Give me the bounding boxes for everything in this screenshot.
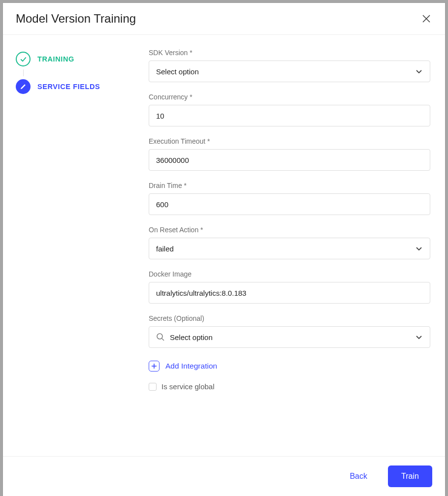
checkmark-icon	[16, 52, 31, 66]
select-value: Select option	[170, 333, 415, 341]
field-on-reset-action: On Reset Action * failed	[149, 226, 430, 259]
is-service-global-label: Is service global	[161, 382, 215, 391]
execution-timeout-input-wrapper	[149, 149, 430, 171]
svg-line-3	[162, 339, 164, 341]
step-connector	[23, 69, 24, 76]
field-drain-time: Drain Time *	[149, 182, 430, 215]
train-button[interactable]: Train	[388, 465, 432, 487]
dialog-body: TRAINING SERVICE FIELDS SDK Version * Se…	[3, 35, 445, 456]
docker-image-input-wrapper	[149, 282, 430, 304]
chevron-down-icon	[415, 67, 423, 75]
is-service-global-checkbox[interactable]	[149, 383, 157, 391]
step-label: TRAINING	[37, 55, 74, 63]
field-label: Drain Time *	[149, 182, 430, 189]
field-label: Secrets (Optional)	[149, 314, 430, 322]
select-value: Select option	[156, 67, 199, 76]
execution-timeout-input[interactable]	[156, 156, 423, 164]
dialog-header: Model Version Training	[3, 3, 445, 35]
back-button[interactable]: Back	[338, 465, 379, 487]
dialog-title: Model Version Training	[16, 12, 136, 26]
form: SDK Version * Select option Concurrency …	[149, 49, 432, 446]
field-concurrency: Concurrency *	[149, 93, 430, 126]
sdk-version-select[interactable]: Select option	[149, 61, 430, 82]
field-label: On Reset Action *	[149, 226, 430, 234]
step-training[interactable]: TRAINING	[16, 49, 149, 69]
close-button[interactable]	[420, 13, 432, 25]
field-docker-image: Docker Image	[149, 270, 430, 304]
field-label: SDK Version *	[149, 49, 430, 57]
drain-time-input[interactable]	[156, 200, 423, 209]
stepper-sidebar: TRAINING SERVICE FIELDS	[16, 49, 149, 446]
chevron-down-icon	[415, 333, 423, 341]
step-label: SERVICE FIELDS	[37, 83, 100, 91]
add-integration-label: Add Integration	[165, 362, 217, 371]
concurrency-input-wrapper	[149, 105, 430, 126]
search-icon	[156, 333, 165, 341]
pencil-icon	[16, 79, 31, 94]
docker-image-input[interactable]	[156, 289, 423, 297]
field-secrets: Secrets (Optional) Select option	[149, 314, 430, 348]
add-integration-button[interactable]: Add Integration	[149, 359, 430, 372]
drain-time-input-wrapper	[149, 193, 430, 215]
svg-point-2	[157, 334, 162, 339]
step-service-fields[interactable]: SERVICE FIELDS	[16, 76, 149, 97]
plus-icon	[149, 361, 160, 372]
field-label: Docker Image	[149, 270, 430, 278]
dialog-footer: Back Train	[3, 456, 445, 496]
field-label: Concurrency *	[149, 93, 430, 101]
dialog-window: Model Version Training TRAINING	[3, 3, 445, 496]
on-reset-action-select[interactable]: failed	[149, 238, 430, 259]
field-sdk-version: SDK Version * Select option	[149, 49, 430, 82]
secrets-select[interactable]: Select option	[149, 326, 430, 348]
select-value: failed	[156, 245, 174, 253]
field-label: Execution Timeout *	[149, 137, 430, 145]
concurrency-input[interactable]	[156, 112, 423, 120]
is-service-global-row: Is service global	[149, 382, 430, 391]
field-execution-timeout: Execution Timeout *	[149, 137, 430, 171]
chevron-down-icon	[415, 245, 423, 252]
close-icon	[422, 14, 431, 23]
